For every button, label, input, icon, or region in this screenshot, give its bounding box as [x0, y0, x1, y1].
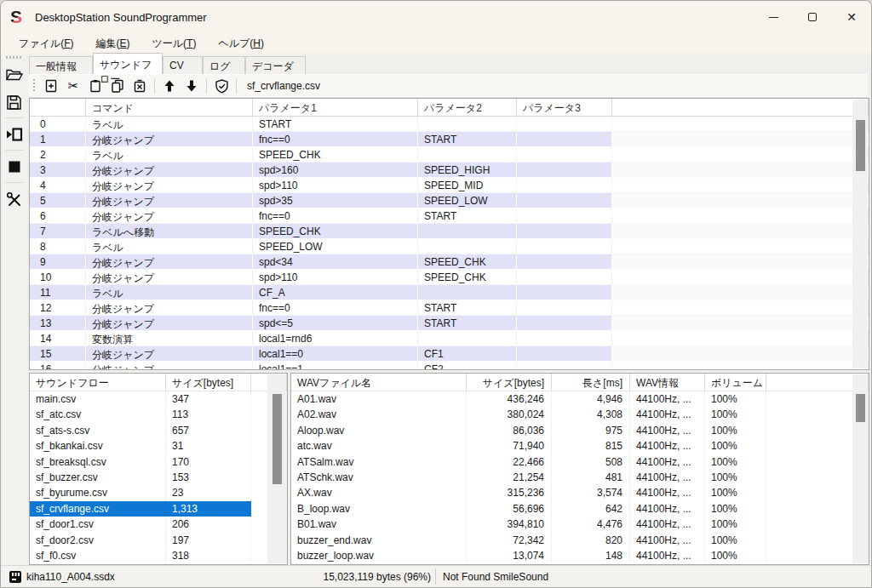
list-item[interactable]: ATSalm.wav 22,466 508 44100Hz, ... 100%	[291, 454, 869, 470]
column-header[interactable]	[30, 99, 86, 117]
list-item[interactable]: sf_crvflange.csv 1,313	[30, 501, 287, 517]
toolbar-grip[interactable]	[6, 56, 23, 59]
tab[interactable]: CV	[163, 56, 203, 74]
flow-grid-scrollbar[interactable]	[852, 100, 868, 368]
column-header[interactable]: コマンド	[86, 99, 253, 117]
scrollbar-thumb[interactable]	[856, 394, 865, 422]
tools-button[interactable]	[3, 188, 26, 210]
move-down-button[interactable]	[181, 76, 203, 96]
list-item[interactable]: sf_byurume.csv 23	[30, 485, 287, 500]
cell-param2: SPEED_MID	[418, 178, 517, 193]
list-item[interactable]: sf_buzzer.csv 153	[30, 470, 287, 485]
cell-wav-length: 820	[552, 533, 630, 548]
menu-item[interactable]: ツール(T)	[141, 34, 207, 54]
list-item[interactable]: sf_atc.csv 113	[30, 407, 287, 422]
list-item[interactable]: sf_bkankai.csv 31	[30, 438, 287, 454]
list-item[interactable]: atc.wav 71,940 815 44100Hz, ... 100%	[291, 438, 869, 454]
statusbar-separator	[435, 568, 436, 585]
cut-button[interactable]: ✂	[62, 76, 84, 96]
column-header[interactable]: パラメータ3	[517, 99, 612, 117]
table-row[interactable]: 3 分岐ジャンプ spd>160 SPEED_HIGH	[30, 163, 869, 178]
menu-item[interactable]: ヘルプ(H)	[207, 34, 275, 54]
stop-button[interactable]	[3, 156, 26, 178]
list-item[interactable]: ATSchk.wav 21,254 481 44100Hz, ... 100%	[291, 470, 869, 485]
write-decoder-button[interactable]	[3, 123, 26, 146]
add-row-button[interactable]	[40, 76, 62, 96]
list-item[interactable]: main.csv 347	[30, 391, 287, 407]
table-row[interactable]: 6 分岐ジャンプ fnc==0 START	[30, 208, 869, 224]
list-item[interactable]: A02.wav 380,024 4,308 44100Hz, ... 100%	[291, 407, 869, 422]
table-row[interactable]: 2 ラベル SPEED_CHK	[30, 147, 869, 163]
wav-list-scrollbar[interactable]	[852, 374, 868, 563]
move-up-button[interactable]	[158, 76, 181, 96]
flow-list-scrollbar[interactable]	[267, 374, 286, 563]
list-item[interactable]: A01.wav 436,246 4,946 44100Hz, ... 100%	[291, 391, 869, 407]
cell-wav-size: 394,810	[467, 517, 552, 532]
list-item[interactable]: sf_breaksql.csv 170	[30, 454, 287, 470]
cell-wav-volume: 100%	[705, 470, 766, 485]
table-row[interactable]: 15 分岐ジャンプ local1==0 CF1	[30, 346, 869, 362]
table-row[interactable]: 1 分岐ジャンプ fnc==0 START	[30, 132, 869, 147]
scrollbar-thumb[interactable]	[856, 120, 865, 171]
table-row[interactable]: 5 分岐ジャンプ spd>35 SPEED_LOW	[30, 193, 869, 208]
table-row[interactable]: 10 分岐ジャンプ spd>110 SPEED_CHK	[30, 270, 869, 285]
cell-param3	[517, 270, 612, 285]
list-item[interactable]: sf_door2.csv 197	[30, 533, 287, 548]
tab[interactable]: サウンドフロー	[93, 53, 163, 74]
menu-item[interactable]: ファイル(F)	[8, 34, 84, 54]
table-row[interactable]: 9 分岐ジャンプ spd<34 SPEED_CHK	[30, 254, 869, 270]
cell-filler	[612, 331, 869, 346]
column-header[interactable]: ボリューム	[705, 374, 766, 391]
open-file-button[interactable]	[3, 64, 26, 86]
cell-command: 分岐ジャンプ	[86, 346, 253, 362]
menu-item[interactable]: 編集(E)	[84, 34, 141, 54]
table-row[interactable]: 13 分岐ジャンプ spd<=5 START	[30, 316, 869, 331]
table-row[interactable]: 0 ラベル START	[30, 117, 869, 132]
column-header[interactable]: パラメータ1	[253, 99, 418, 117]
list-item[interactable]: buzzer_end.wav 72,342 820 44100Hz, ... 1…	[291, 533, 869, 548]
column-header[interactable]: WAV情報	[630, 374, 705, 391]
table-row[interactable]: 11 ラベル CF_A	[30, 285, 869, 300]
table-row[interactable]: 8 ラベル SPEED_LOW	[30, 239, 869, 254]
maximize-button[interactable]	[793, 1, 832, 33]
close-button[interactable]: ✕	[832, 1, 871, 33]
column-header[interactable]: サイズ[bytes]	[166, 374, 251, 391]
list-item[interactable]: Aloop.wav 86,036 975 44100Hz, ... 100%	[291, 423, 869, 438]
column-header[interactable]: WAVファイル名	[291, 374, 467, 391]
cell-param2: SPEED_CHK	[418, 270, 517, 285]
table-row[interactable]: 12 分岐ジャンプ fnc==0 START	[30, 300, 869, 316]
cell-param1: spd<34	[253, 254, 418, 270]
cell-param2: START	[418, 316, 517, 331]
delete-row-button[interactable]	[129, 76, 151, 96]
scrollbar-thumb[interactable]	[272, 394, 282, 484]
wav-file-list: WAVファイル名 サイズ[bytes] 長さ[ms] WAV情報 ボリューム A…	[290, 373, 869, 565]
cell-wav-length: 148	[552, 548, 630, 563]
column-header[interactable]: サウンドフロー	[30, 374, 166, 391]
cell-wav-info: 44100Hz, ...	[630, 423, 705, 438]
table-row[interactable]: 7 ラベルへ移動 SPEED_CHK	[30, 224, 869, 239]
list-item[interactable]: sf_ats-s.csv 657	[30, 423, 287, 438]
list-item[interactable]: buzzer_loop.wav 13,074 148 44100Hz, ... …	[291, 548, 869, 563]
cell-flow-size: 206	[166, 517, 251, 532]
column-header[interactable]: パラメータ2	[418, 99, 517, 117]
table-row[interactable]: 16 分岐ジャンプ local1==1 CF2	[30, 362, 869, 370]
tab[interactable]: デコーダ	[245, 56, 306, 74]
column-header[interactable]: サイズ[bytes]	[467, 374, 552, 391]
cell-wav-length: 3,574	[552, 485, 630, 500]
minimize-button[interactable]	[754, 1, 793, 33]
table-row[interactable]: 4 分岐ジャンプ spd>110 SPEED_MID	[30, 178, 869, 193]
list-item[interactable]: AX.wav 315,236 3,574 44100Hz, ... 100%	[291, 485, 869, 500]
save-button[interactable]	[3, 91, 26, 113]
table-row[interactable]: 14 変数演算 local1=rnd6	[30, 331, 869, 346]
tab[interactable]: ログ	[203, 56, 245, 74]
column-header[interactable]: 長さ[ms]	[552, 374, 630, 391]
side-toolbar	[1, 54, 27, 565]
list-item[interactable]: B01.wav 394,810 4,476 44100Hz, ... 100%	[291, 517, 869, 532]
list-item[interactable]: sf_door1.csv 206	[30, 517, 287, 532]
tab[interactable]: 一般情報	[29, 56, 93, 74]
list-item[interactable]: sf_f0.csv 318	[30, 548, 287, 563]
verify-button[interactable]	[210, 76, 232, 96]
cell-param3	[517, 147, 612, 163]
toolbar-grip[interactable]	[33, 79, 35, 93]
list-item[interactable]: B_loop.wav 56,696 642 44100Hz, ... 100%	[291, 501, 869, 517]
